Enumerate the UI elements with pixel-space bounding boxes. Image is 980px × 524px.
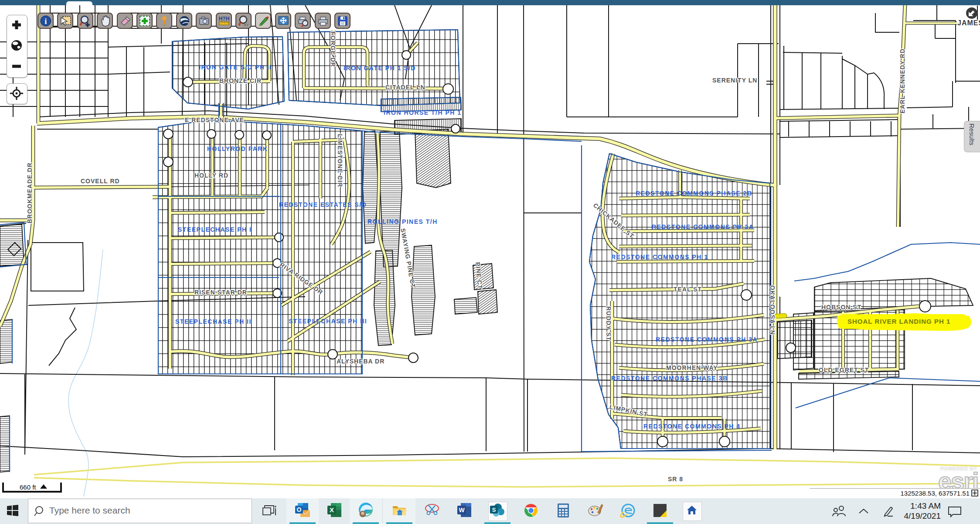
- svg-text:660 ft: 660 ft: [20, 483, 36, 491]
- svg-text:X: X: [330, 506, 334, 514]
- svg-text:H?H: H?H: [218, 16, 229, 22]
- svg-text:i: i: [44, 17, 47, 26]
- svg-text:O: O: [297, 506, 302, 513]
- svg-text:W: W: [459, 507, 465, 514]
- svg-text:XY: XY: [243, 23, 248, 27]
- svg-text:S: S: [492, 507, 496, 513]
